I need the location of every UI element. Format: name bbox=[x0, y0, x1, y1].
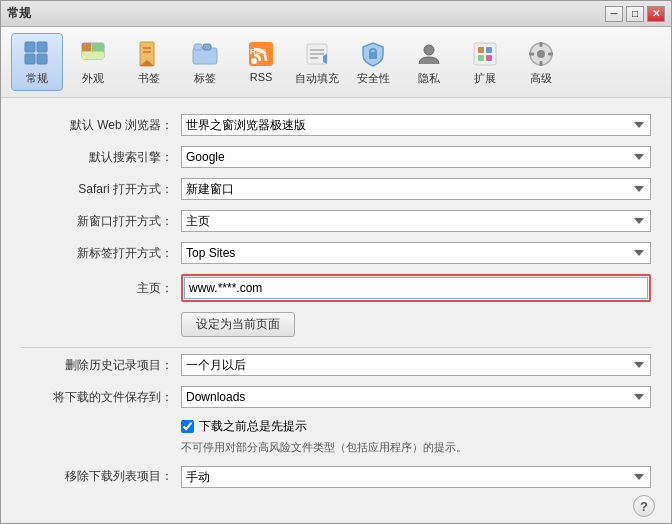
title-bar: 常规 ─ □ ✕ bbox=[1, 1, 671, 27]
help-button[interactable]: ? bbox=[633, 495, 655, 517]
new-tab-label: 新标签打开方式： bbox=[21, 245, 181, 262]
toolbar-label-privacy: 隐私 bbox=[418, 71, 440, 86]
svg-rect-26 bbox=[474, 43, 496, 65]
window-title: 常规 bbox=[7, 5, 31, 22]
toolbar-label-extensions: 扩展 bbox=[474, 71, 496, 86]
svg-text:RSS: RSS bbox=[250, 47, 267, 56]
remove-download-control: 手动 bbox=[181, 466, 651, 488]
safari-open-control: 新建窗口 bbox=[181, 178, 651, 200]
toolbar-label-security: 安全性 bbox=[357, 71, 390, 86]
safari-open-row: Safari 打开方式： 新建窗口 bbox=[21, 178, 651, 200]
toolbar-item-bookmarks[interactable]: 书签 bbox=[123, 33, 175, 91]
always-ask-checkbox-row: 下载之前总是先提示 bbox=[181, 418, 651, 435]
history-label: 删除历史记录项目： bbox=[21, 357, 181, 374]
homepage-input[interactable] bbox=[184, 277, 648, 299]
svg-rect-36 bbox=[548, 53, 553, 56]
new-window-control: 主页 bbox=[181, 210, 651, 232]
remove-download-row: 移除下载列表项目： 手动 bbox=[21, 466, 651, 488]
always-ask-control: 下载之前总是先提示 不可停用对部分高风险文件类型（包括应用程序）的提示。 bbox=[181, 418, 651, 456]
svg-point-32 bbox=[537, 50, 545, 58]
extensions-icon bbox=[469, 38, 501, 70]
toolbar-item-security[interactable]: 安全性 bbox=[347, 33, 399, 91]
toolbar-label-general: 常规 bbox=[26, 71, 48, 86]
toolbar-item-rss[interactable]: RSS RSS bbox=[235, 33, 287, 91]
new-tab-control: Top Sites bbox=[181, 242, 651, 264]
remove-download-label: 移除下载列表项目： bbox=[21, 468, 181, 485]
toolbar-item-appearance[interactable]: 外观 bbox=[67, 33, 119, 91]
svg-rect-1 bbox=[25, 54, 35, 64]
svg-rect-6 bbox=[92, 43, 104, 51]
appearance-icon bbox=[77, 38, 109, 70]
toolbar-label-bookmarks: 书签 bbox=[138, 71, 160, 86]
download-folder-row: 将下载的文件保存到： Downloads bbox=[21, 386, 651, 408]
svg-rect-27 bbox=[478, 47, 484, 53]
svg-rect-28 bbox=[486, 47, 492, 53]
always-ask-label: 下载之前总是先提示 bbox=[199, 418, 307, 435]
safari-open-label: Safari 打开方式： bbox=[21, 181, 181, 198]
svg-rect-14 bbox=[203, 44, 211, 50]
set-homepage-btn-container: 设定为当前页面 bbox=[181, 312, 651, 337]
toolbar-item-advanced[interactable]: 高级 bbox=[515, 33, 567, 91]
toolbar-item-tabs[interactable]: 标签 bbox=[179, 33, 231, 91]
privacy-icon bbox=[413, 38, 445, 70]
rss-icon: RSS bbox=[245, 38, 277, 70]
svg-rect-7 bbox=[82, 52, 104, 59]
footer: ? bbox=[1, 489, 671, 523]
divider-1 bbox=[21, 347, 651, 348]
toolbar-item-extensions[interactable]: 扩展 bbox=[459, 33, 511, 91]
svg-point-16 bbox=[251, 58, 257, 64]
download-folder-control: Downloads bbox=[181, 386, 651, 408]
always-ask-checkbox[interactable] bbox=[181, 420, 194, 433]
new-window-select[interactable]: 主页 bbox=[181, 210, 651, 232]
general-icon bbox=[21, 38, 53, 70]
default-browser-row: 默认 Web 浏览器： 世界之窗浏览器极速版 bbox=[21, 114, 651, 136]
svg-rect-29 bbox=[478, 55, 484, 61]
maximize-button[interactable]: □ bbox=[626, 6, 644, 22]
minimize-button[interactable]: ─ bbox=[605, 6, 623, 22]
new-window-row: 新窗口打开方式： 主页 bbox=[21, 210, 651, 232]
history-control: 一个月以后 bbox=[181, 354, 651, 376]
svg-rect-34 bbox=[540, 61, 543, 66]
homepage-control bbox=[181, 274, 651, 302]
preferences-window: 常规 ─ □ ✕ 常规 bbox=[0, 0, 672, 524]
svg-rect-30 bbox=[486, 55, 492, 61]
homepage-input-wrap bbox=[181, 274, 651, 302]
default-browser-label: 默认 Web 浏览器： bbox=[21, 117, 181, 134]
svg-rect-5 bbox=[82, 43, 91, 51]
toolbar: 常规 外观 bbox=[1, 27, 671, 98]
new-window-label: 新窗口打开方式： bbox=[21, 213, 181, 230]
svg-rect-2 bbox=[37, 42, 47, 52]
remove-download-select[interactable]: 手动 bbox=[181, 466, 651, 488]
svg-rect-0 bbox=[25, 42, 35, 52]
svg-rect-35 bbox=[529, 53, 534, 56]
toolbar-label-advanced: 高级 bbox=[530, 71, 552, 86]
advanced-icon bbox=[525, 38, 557, 70]
default-browser-select[interactable]: 世界之窗浏览器极速版 bbox=[181, 114, 651, 136]
autofill-icon bbox=[301, 38, 333, 70]
svg-rect-33 bbox=[540, 42, 543, 47]
set-homepage-button[interactable]: 设定为当前页面 bbox=[181, 312, 295, 337]
toolbar-item-autofill[interactable]: 自动填充 bbox=[291, 33, 343, 91]
note-text: 不可停用对部分高风险文件类型（包括应用程序）的提示。 bbox=[181, 439, 651, 456]
toolbar-label-rss: RSS bbox=[250, 71, 273, 83]
history-select[interactable]: 一个月以后 bbox=[181, 354, 651, 376]
tabs-icon bbox=[189, 38, 221, 70]
safari-open-select[interactable]: 新建窗口 bbox=[181, 178, 651, 200]
history-row: 删除历史记录项目： 一个月以后 bbox=[21, 354, 651, 376]
new-tab-select[interactable]: Top Sites bbox=[181, 242, 651, 264]
svg-point-25 bbox=[424, 45, 434, 55]
close-button[interactable]: ✕ bbox=[647, 6, 665, 22]
toolbar-item-privacy[interactable]: 隐私 bbox=[403, 33, 455, 91]
always-ask-row: 下载之前总是先提示 不可停用对部分高风险文件类型（包括应用程序）的提示。 bbox=[21, 418, 651, 456]
toolbar-label-autofill: 自动填充 bbox=[295, 71, 339, 86]
homepage-row: 主页： bbox=[21, 274, 651, 302]
default-search-select[interactable]: Google bbox=[181, 146, 651, 168]
bookmarks-icon bbox=[133, 38, 165, 70]
toolbar-label-appearance: 外观 bbox=[82, 71, 104, 86]
toolbar-item-general[interactable]: 常规 bbox=[11, 33, 63, 91]
download-folder-label: 将下载的文件保存到： bbox=[21, 389, 181, 406]
default-search-row: 默认搜索引擎： Google bbox=[21, 146, 651, 168]
default-browser-control: 世界之窗浏览器极速版 bbox=[181, 114, 651, 136]
new-tab-row: 新标签打开方式： Top Sites bbox=[21, 242, 651, 264]
download-folder-select[interactable]: Downloads bbox=[181, 386, 651, 408]
